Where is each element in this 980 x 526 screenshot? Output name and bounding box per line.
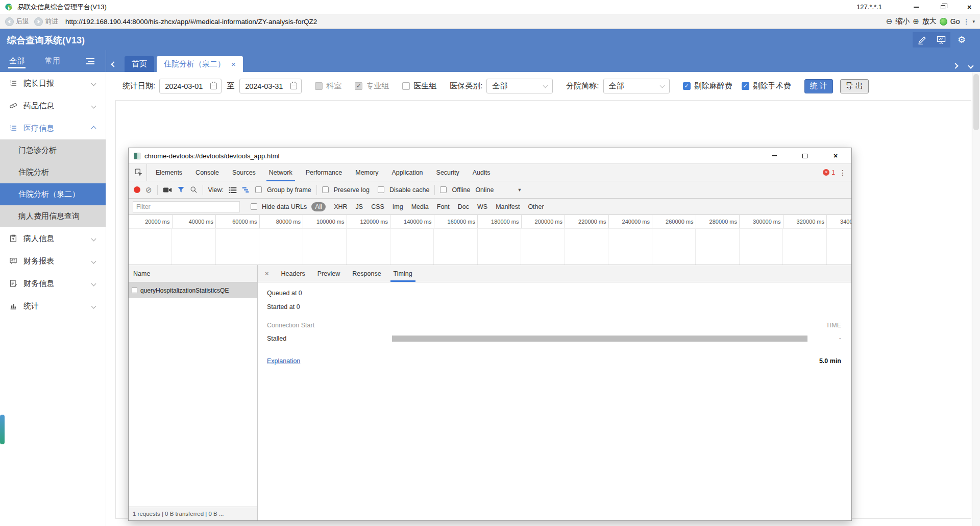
sidebar-item-patient-fee-query[interactable]: 病人费用信息查询 (0, 205, 106, 227)
detail-close-icon[interactable]: × (258, 270, 275, 277)
detail-tab-timing[interactable]: Timing (387, 265, 419, 282)
preserve-log-checkbox[interactable] (322, 186, 329, 193)
date-to-input[interactable] (239, 79, 302, 93)
devtools-tab-performance[interactable]: Performance (299, 164, 349, 181)
tab-scroll-right-icon[interactable] (952, 63, 958, 68)
doctor-group-checkbox[interactable] (402, 82, 410, 90)
type-filter[interactable]: Manifest (492, 202, 523, 211)
exclude-surgery-checkbox-group[interactable]: ✓ 剔除手术费 (742, 81, 791, 91)
dept-checkbox-group[interactable]: 科室 (315, 81, 341, 91)
sidebar-item-inpatient-analysis[interactable]: 住院分析 (0, 161, 106, 183)
type-filter[interactable]: Doc (454, 202, 473, 211)
insurance-select[interactable]: 全部 (486, 79, 553, 93)
offline-checkbox[interactable] (440, 186, 447, 193)
tab-home[interactable]: 首页 (125, 56, 154, 72)
minimize-icon[interactable] (910, 3, 923, 12)
type-filter[interactable]: Media (408, 202, 432, 211)
calendar-icon[interactable] (290, 83, 297, 89)
restore-icon[interactable] (936, 3, 949, 12)
clear-icon[interactable]: ⊘ (145, 186, 152, 194)
settings-gear-icon[interactable]: ⚙ (950, 32, 973, 47)
devtools-tab-network[interactable]: Network (262, 164, 299, 181)
sidebar-item-finance-info[interactable]: 财务信息 (0, 272, 106, 295)
sidebar-item-outpatient-analysis[interactable]: 门急诊分析 (0, 139, 106, 161)
zoom-out-icon[interactable]: ⊖ (886, 17, 893, 26)
view-waterfall-icon[interactable] (242, 186, 250, 194)
exclude-anesthesia-checkbox-group[interactable]: ✓ 剔除麻醉费 (683, 81, 732, 91)
branch-select[interactable]: 全部 (603, 79, 670, 93)
inspect-element-icon[interactable] (131, 164, 147, 181)
name-column-header[interactable]: Name (129, 265, 257, 282)
back-button[interactable]: 后退 (5, 17, 29, 26)
dashboard-icon[interactable] (932, 32, 950, 47)
date-from-value[interactable] (165, 82, 209, 90)
detail-tab-preview[interactable]: Preview (311, 265, 346, 282)
zoom-in-label[interactable]: 放大 (922, 17, 937, 26)
throttling-select[interactable]: Online (475, 186, 494, 194)
sidebar-item-drug-info[interactable]: 药品信息 (0, 94, 106, 117)
date-to-value[interactable] (245, 82, 289, 90)
type-filter[interactable]: XHR (330, 202, 351, 211)
type-filter[interactable]: CSS (368, 202, 388, 211)
hide-data-urls-checkbox[interactable] (251, 203, 257, 210)
devtools-tab-elements[interactable]: Elements (149, 164, 189, 181)
tab-scroll-left-icon[interactable] (106, 56, 121, 72)
network-filter-input[interactable] (133, 201, 240, 212)
sidebar-item-finance-report[interactable]: 财务报表 (0, 250, 106, 272)
sidebar-scrollbar-thumb[interactable] (0, 415, 5, 444)
sidebar-item-statistics[interactable]: 统计 (0, 295, 106, 317)
devtools-tab-console[interactable]: Console (189, 164, 226, 181)
devtools-tab-application[interactable]: Application (385, 164, 429, 181)
type-filter[interactable]: JS (352, 202, 367, 211)
devtools-tab-memory[interactable]: Memory (349, 164, 385, 181)
screenshot-camera-icon[interactable] (163, 186, 172, 194)
type-filter[interactable]: WS (474, 202, 491, 211)
filter-funnel-icon[interactable] (177, 186, 185, 194)
export-button[interactable]: 导 出 (840, 79, 869, 93)
devtools-menu-icon[interactable]: ⋮ (839, 169, 846, 177)
forward-button[interactable]: 前进 (34, 17, 58, 26)
detail-tab-headers[interactable]: Headers (275, 265, 311, 282)
sidebar-tab-common[interactable]: 常用 (45, 50, 60, 72)
type-filter[interactable]: Img (389, 202, 407, 211)
sidebar-item-director-daily[interactable]: 院长日报 (0, 72, 106, 94)
more-menu-caret-icon[interactable]: ▾ (972, 19, 975, 24)
search-icon[interactable] (190, 186, 198, 194)
page-scrollbar[interactable] (972, 72, 980, 526)
record-icon[interactable] (134, 186, 140, 193)
exclude-anesthesia-checkbox[interactable]: ✓ (683, 82, 691, 90)
disable-cache-checkbox[interactable] (378, 186, 384, 193)
url-text[interactable]: http://192.168.190.44:8000/his-zhcx/app/… (65, 18, 317, 26)
date-from-input[interactable] (159, 79, 222, 93)
type-filter[interactable]: Font (433, 202, 453, 211)
group-by-frame-checkbox[interactable] (255, 186, 262, 193)
sidebar-item-medical-info[interactable]: 医疗信息 (0, 117, 106, 139)
specialty-group-checkbox-group[interactable]: ✓ 专业组 (355, 81, 389, 91)
go-button[interactable]: Go (950, 17, 960, 26)
tab-current[interactable]: 住院分析（泉二） × (157, 56, 243, 72)
tab-close-icon[interactable]: × (231, 60, 236, 68)
close-icon[interactable]: × (963, 3, 976, 12)
type-filter[interactable]: Other (524, 202, 547, 211)
error-badge[interactable]: × 1 (823, 169, 835, 176)
sidebar-item-patient-info[interactable]: 病人信息 (0, 227, 106, 250)
devtools-maximize-icon[interactable] (798, 151, 812, 160)
devtools-minimize-icon[interactable] (768, 151, 781, 160)
explanation-link[interactable]: Explanation (267, 357, 300, 365)
page-scrollbar-thumb[interactable] (973, 74, 979, 130)
detail-tab-response[interactable]: Response (346, 265, 387, 282)
dept-checkbox[interactable] (315, 82, 323, 90)
sidebar-collapse-icon[interactable] (86, 58, 94, 64)
throttling-caret-icon[interactable]: ▼ (518, 187, 522, 193)
specialty-group-checkbox[interactable]: ✓ (355, 82, 362, 90)
doctor-group-checkbox-group[interactable]: 医生组 (402, 81, 436, 91)
devtools-tab-security[interactable]: Security (430, 164, 466, 181)
statistics-button[interactable]: 统 计 (804, 79, 833, 93)
zoom-in-icon[interactable]: ⊕ (913, 17, 919, 26)
tab-list-icon[interactable] (968, 63, 973, 68)
more-menu-icon[interactable]: ⋮ (963, 18, 969, 26)
sidebar-tab-all[interactable]: 全部 (9, 50, 24, 72)
sidebar-item-inpatient-analysis-qz2[interactable]: 住院分析（泉二） (0, 183, 106, 205)
signature-icon[interactable] (913, 32, 932, 47)
exclude-surgery-checkbox[interactable]: ✓ (742, 82, 749, 90)
